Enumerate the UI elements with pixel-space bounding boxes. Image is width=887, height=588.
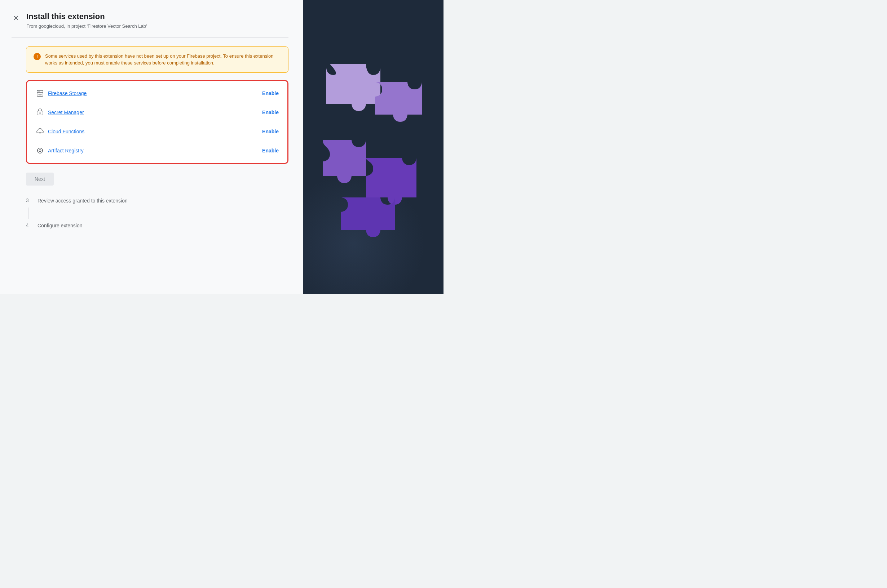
title-group: Install this extension From googlecloud,… xyxy=(26,12,147,29)
artifact-registry-icon xyxy=(36,146,44,155)
svg-point-5 xyxy=(39,150,41,152)
warning-text: Some services used by this extension hav… xyxy=(45,52,281,67)
service-left: Cloud Functions xyxy=(36,127,84,136)
svg-rect-1 xyxy=(38,94,42,96)
services-container: Firebase Storage Enable Secret Manager xyxy=(26,80,289,164)
warning-icon: ! xyxy=(33,53,41,60)
step-content: ! Some services used by this extension h… xyxy=(26,46,289,232)
close-button[interactable]: ✕ xyxy=(12,12,21,24)
svg-rect-0 xyxy=(37,90,43,96)
service-name-artifact-registry[interactable]: Artifact Registry xyxy=(48,148,84,153)
step-list: 3 Review access granted to this extensio… xyxy=(26,197,289,230)
secret-manager-icon xyxy=(36,108,44,117)
step-number-3: 3 xyxy=(26,197,32,203)
left-panel: ✕ Install this extension From googleclou… xyxy=(0,0,303,294)
page-subtitle: From googlecloud, in project 'Firestore … xyxy=(26,23,147,29)
step-row-4: 4 Configure extension xyxy=(26,222,289,230)
enable-firebase-storage-button[interactable]: Enable xyxy=(262,90,279,96)
step-number-4: 4 xyxy=(26,222,32,228)
step-label-4: Configure extension xyxy=(38,222,83,230)
service-name-secret-manager[interactable]: Secret Manager xyxy=(48,110,84,115)
service-left: Firebase Storage xyxy=(36,89,87,98)
enable-secret-manager-button[interactable]: Enable xyxy=(262,110,279,115)
step-label-3: Review access granted to this extension xyxy=(38,197,128,205)
puzzle-illustration xyxy=(319,57,427,237)
page-title: Install this extension xyxy=(26,12,147,22)
service-item-firebase-storage: Firebase Storage Enable xyxy=(30,84,284,103)
header-divider xyxy=(12,38,289,38)
service-name-firebase-storage[interactable]: Firebase Storage xyxy=(48,90,87,96)
service-left: Secret Manager xyxy=(36,108,84,117)
step-connector xyxy=(29,207,29,219)
service-name-cloud-functions[interactable]: Cloud Functions xyxy=(48,129,84,134)
close-icon: ✕ xyxy=(13,14,19,22)
next-button[interactable]: Next xyxy=(26,172,54,186)
service-left: Artifact Registry xyxy=(36,146,84,155)
service-item-artifact-registry: Artifact Registry Enable xyxy=(30,141,284,160)
svg-point-3 xyxy=(39,112,41,114)
warning-box: ! Some services used by this extension h… xyxy=(26,46,289,73)
enable-artifact-registry-button[interactable]: Enable xyxy=(262,148,279,153)
cloud-functions-icon xyxy=(36,127,44,136)
right-panel xyxy=(303,0,444,294)
enable-cloud-functions-button[interactable]: Enable xyxy=(262,129,279,134)
firebase-storage-icon xyxy=(36,89,44,98)
service-item-secret-manager: Secret Manager Enable xyxy=(30,103,284,122)
header: ✕ Install this extension From googleclou… xyxy=(12,12,289,29)
service-item-cloud-functions: Cloud Functions Enable xyxy=(30,122,284,141)
puzzle-svg xyxy=(319,57,427,244)
step-row-3: 3 Review access granted to this extensio… xyxy=(26,197,289,205)
